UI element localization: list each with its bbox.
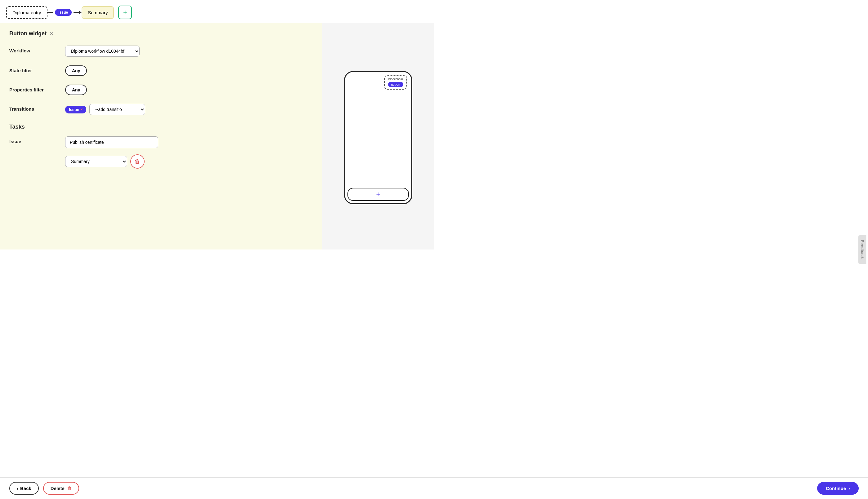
summary-label: Summary (88, 10, 108, 15)
state-filter-row: State filter Any (9, 65, 313, 76)
phone-add-button[interactable]: + (347, 188, 409, 201)
transitions-control: Issue × --add transitio (65, 104, 313, 115)
transitions-row: Transitions Issue × --add transitio (9, 104, 313, 115)
properties-filter-control: Any (65, 85, 313, 95)
blockchain-label: blockchain (388, 77, 403, 81)
properties-filter-any-button[interactable]: Any (65, 85, 87, 95)
action-badge: action (388, 82, 403, 87)
summary-select[interactable]: Summary (65, 156, 127, 167)
state-filter-label: State filter (9, 65, 59, 73)
left-panel: Button widget ✕ Workflow Diploma workflo… (0, 23, 322, 250)
tasks-title: Tasks (9, 124, 313, 130)
workflow-row: Workflow Diploma workflow d10044bf (9, 46, 313, 57)
widget-header: Button widget ✕ (9, 31, 313, 37)
main-content: Button widget ✕ Workflow Diploma workflo… (0, 23, 434, 250)
tasks-section: Tasks Issue Summary 🗑 (9, 124, 313, 169)
trash-icon: 🗑 (135, 158, 140, 165)
issue-badge: Issue (55, 9, 72, 16)
phone-add-icon: + (376, 190, 380, 198)
properties-filter-label: Properties filter (9, 85, 59, 92)
right-panel: blockchain action + Feedback (322, 23, 434, 250)
issue-transition-badge[interactable]: Issue × (65, 106, 86, 113)
state-filter-any-button[interactable]: Any (65, 65, 87, 76)
state-filter-control: Any (65, 65, 313, 76)
issue-label: Issue (9, 136, 59, 144)
add-step-button[interactable]: + (118, 5, 132, 19)
summary-node[interactable]: Summary (82, 6, 114, 19)
widget-close-button[interactable]: ✕ (50, 31, 53, 37)
workflow-control: Diploma workflow d10044bf (65, 46, 313, 57)
issue-control: Summary 🗑 (65, 136, 313, 169)
properties-filter-row: Properties filter Any (9, 85, 313, 95)
add-transition-select[interactable]: --add transitio (90, 104, 145, 115)
flow-arrow: Issue (47, 9, 82, 16)
delete-issue-button[interactable]: 🗑 (130, 154, 145, 169)
issue-row: Issue Summary 🗑 (9, 136, 313, 169)
diploma-entry-node[interactable]: Diploma entry (6, 6, 47, 19)
add-icon: + (123, 8, 127, 16)
remove-transition-button[interactable]: × (80, 107, 83, 112)
workflow-select[interactable]: Diploma workflow d10044bf (65, 46, 140, 57)
blockchain-widget[interactable]: blockchain action (384, 75, 407, 89)
phone-content: blockchain action (345, 72, 411, 185)
phone-mockup: blockchain action + (344, 71, 412, 204)
widget-title: Button widget (9, 31, 47, 37)
diploma-entry-label: Diploma entry (12, 10, 41, 15)
publish-certificate-input[interactable] (65, 136, 158, 148)
workflow-label: Workflow (9, 46, 59, 53)
summary-row: Summary 🗑 (65, 154, 145, 169)
issue-transition-label: Issue (69, 107, 79, 112)
transitions-label: Transitions (9, 104, 59, 112)
flow-area: Diploma entry Issue Summary + (0, 0, 434, 23)
